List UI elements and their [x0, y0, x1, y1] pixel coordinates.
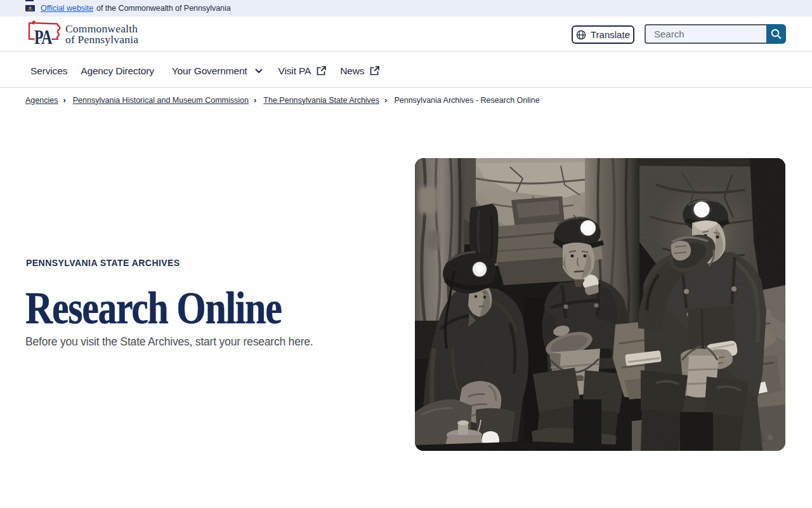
svg-text:PA: PA [34, 26, 53, 48]
